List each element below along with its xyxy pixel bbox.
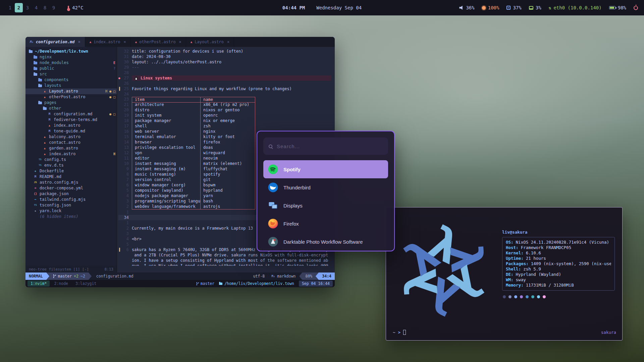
tree-item[interactable]: nginx	[25, 54, 117, 60]
tree-item[interactable]: node_modules E	[25, 60, 117, 66]
tree-item[interactable]: tone-guide.md	[25, 128, 117, 134]
tree-item[interactable]: layouts	[25, 83, 117, 88]
tree-item[interactable]: components	[25, 77, 117, 83]
tree-item[interactable]: Layout.astro H ● □	[25, 88, 117, 94]
file-name: astro.config.mjs	[40, 180, 78, 185]
info-label: Host:	[506, 245, 519, 250]
table-cell-name: nginx	[200, 129, 255, 134]
shell-prompt[interactable]: ~ >	[393, 330, 406, 335]
launcher-item-thunderbird[interactable]: Thunderbird	[263, 178, 388, 196]
tab-otherpost-astro[interactable]: ▲ otherPost.astro ×	[131, 37, 186, 47]
table-cell-name: wireguard	[200, 150, 255, 156]
workspace-button[interactable]: 1	[6, 3, 14, 12]
tree-item[interactable]: index.astro H	[25, 151, 117, 157]
tree-item[interactable]: yarn.lock	[25, 208, 117, 214]
tree-item[interactable]: configuration.md ● □	[25, 111, 117, 117]
tree-item[interactable]: balcony.astro	[25, 134, 117, 140]
astro-file-icon: ▲	[90, 40, 91, 44]
file-name: other	[49, 106, 61, 111]
tree-item[interactable]: src	[25, 71, 117, 77]
tab-configuration-md[interactable]: M↓ configuration.md ×	[25, 37, 85, 47]
clock[interactable]: 04:44 PM Wednesday Sep 04	[282, 0, 362, 15]
heading-sign-icon	[118, 75, 122, 81]
palette-dot	[503, 295, 506, 298]
cpu-module[interactable]: 37%	[506, 5, 521, 10]
tmux-window[interactable]: 2:node	[51, 281, 71, 287]
tree-item[interactable]: ~/Development/liv.town	[25, 49, 117, 54]
launcher-item-displays[interactable]: Displays	[263, 196, 388, 215]
workspace-button[interactable]: 4	[32, 3, 40, 12]
close-icon[interactable]: ×	[227, 40, 229, 44]
table-cell-item: window manager (xorg)	[132, 183, 200, 188]
search-input[interactable]	[277, 143, 383, 149]
workspace-button[interactable]: 3	[23, 3, 32, 12]
workspace-button[interactable]: 9	[50, 3, 58, 12]
folder-icon	[219, 283, 222, 285]
tmux-window[interactable]: 3:lazygit	[72, 281, 99, 287]
tree-item[interactable]: Dockerfile	[25, 168, 117, 174]
battery-module[interactable]: 98%	[609, 5, 626, 10]
table-cell-name: bspwm	[200, 183, 255, 188]
file-icon	[42, 94, 47, 100]
memory-module[interactable]: 3%	[529, 5, 541, 10]
tmux-window[interactable]: 1:nvim*	[28, 281, 50, 287]
tree-item[interactable]: astro.config.mjs	[25, 180, 117, 185]
tree-item[interactable]: env.d.ts	[25, 163, 117, 168]
neotree-status-position: 8:13	[105, 267, 114, 272]
tree-item[interactable]: public ?	[25, 66, 117, 71]
tree-item[interactable]: tailwind.config.mjs	[25, 197, 117, 202]
nixos-logo	[393, 214, 494, 321]
tab-index-astro[interactable]: ▲ index.astro ×	[85, 37, 131, 47]
power-button[interactable]	[634, 6, 638, 10]
thermometer-icon	[68, 6, 69, 10]
tree-item[interactable]: contact.astro	[25, 140, 117, 145]
tree-item[interactable]: config.ts	[25, 157, 117, 163]
volume-module[interactable]: 36%	[459, 5, 474, 10]
info-label: Packages:	[506, 261, 529, 266]
tree-item[interactable]: pages	[25, 100, 117, 106]
info-value: Framework FRANMDCP05	[521, 245, 572, 250]
file-icon	[33, 168, 38, 174]
tab-label: Layout.astro	[195, 40, 224, 44]
launcher-item-firefox[interactable]: Firefox	[263, 215, 388, 233]
close-icon[interactable]: ×	[179, 40, 181, 44]
close-icon[interactable]: ×	[124, 40, 126, 44]
tree-item[interactable]: README.md	[25, 174, 117, 180]
table-cell-name: neovim	[200, 156, 255, 161]
user-host: liv@sakura	[502, 230, 615, 235]
file-name: public	[40, 66, 54, 71]
workspace-button[interactable]: 2	[15, 3, 23, 12]
tree-item[interactable]: package.json	[25, 191, 117, 197]
tree-item[interactable]: docker-compose.yml	[25, 185, 117, 191]
table-row: 17 shell zsh	[118, 124, 335, 129]
system-info-list: OS: NixOS 24.11.20240828.71e91c4 (Vicuna…	[506, 240, 611, 288]
tab-label: otherPost.astro	[139, 40, 175, 44]
tree-item[interactable]: (6 hidden items)	[25, 214, 117, 220]
table-cell-name: spotify	[200, 172, 255, 177]
palette-dot	[520, 295, 523, 298]
volume-value: 36%	[466, 5, 474, 10]
tree-item[interactable]: index.astro	[25, 123, 117, 128]
file-tree-list: ~/Development/liv.town nginx node_module…	[25, 49, 117, 220]
bar-modules: 36% 100% 37% 3% eth0 (10.0.0.140) 98%	[459, 5, 638, 10]
table-header-row: 23 item name	[118, 97, 335, 102]
close-icon[interactable]: ×	[78, 40, 80, 44]
tree-item[interactable]: otherPost.astro ● □	[25, 94, 117, 100]
table-cell-item: programming/scripting language	[132, 199, 200, 204]
tree-item[interactable]: other	[25, 106, 117, 111]
table-cell-item: vpn	[132, 150, 200, 156]
launcher-item-darktable[interactable]: Darktable Photo Workflow Software	[263, 233, 388, 251]
info-value: 21 hours	[526, 256, 546, 261]
launcher-search[interactable]	[263, 137, 388, 155]
tree-item[interactable]: garden.astro	[25, 145, 117, 151]
tree-item[interactable]: fediverse-terms.md	[25, 117, 117, 123]
workspace-button[interactable]: 8	[41, 3, 49, 12]
network-module[interactable]: eth0 (10.0.0.140)	[549, 5, 602, 10]
git-diff-added: +2	[74, 274, 78, 279]
file-icon	[33, 208, 38, 214]
tree-item[interactable]: tsconfig.json	[25, 202, 117, 208]
tab-layout-astro[interactable]: ▲ Layout.astro ×	[186, 37, 234, 47]
brightness-module[interactable]: 100%	[482, 5, 499, 10]
launcher-item-spotify[interactable]: Spotify	[263, 160, 388, 178]
terminal-window[interactable]: liv@sakura OS: NixOS 24.11.20240828.71e9…	[386, 207, 623, 341]
